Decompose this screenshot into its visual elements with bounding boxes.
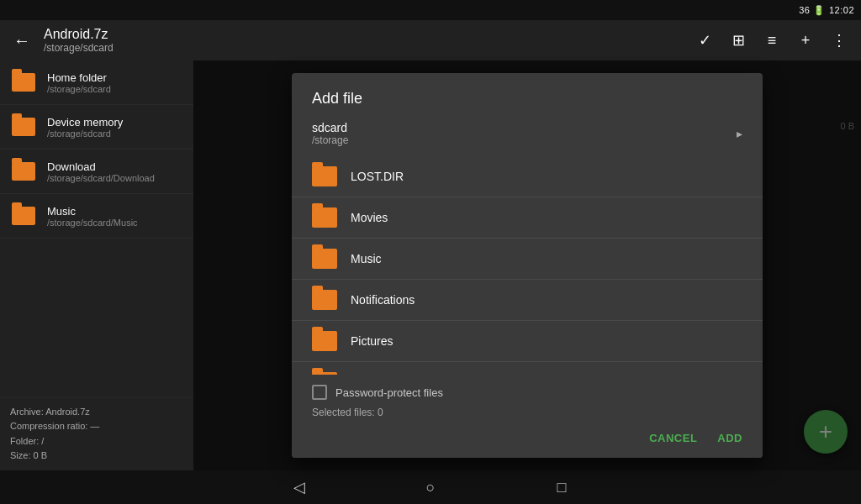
back-arrow-icon: ← <box>13 31 30 50</box>
more-button[interactable]: ⋮ <box>824 25 854 55</box>
sidebar-item-text-device: Device memory /storage/sdcard <box>47 116 123 139</box>
folder-icon-notifications <box>312 290 337 310</box>
cancel-button[interactable]: CANCEL <box>649 428 697 448</box>
folder-name-movies: Movies <box>351 211 388 224</box>
sidebar-item-name-download: Download <box>47 160 155 173</box>
dialog-location-path: /storage <box>312 134 348 146</box>
folder-icon-movies <box>312 207 337 228</box>
sidebar-item-path-music: /storage/sdcard/Music <box>47 218 138 228</box>
folder-icon-lost-dir <box>312 166 337 186</box>
dialog-location[interactable]: sdcard /storage ▸ <box>292 118 763 156</box>
sidebar-item-text-home: Home folder /storage/sdcard <box>47 71 111 94</box>
selected-files-count: Selected files: 0 <box>312 407 742 418</box>
music-icon <box>10 202 37 229</box>
sort-button[interactable]: ≡ <box>757 25 787 55</box>
folder-name-notifications: Notifications <box>351 293 415 307</box>
folder-icon-pictures <box>312 331 337 351</box>
check-button[interactable]: ✓ <box>689 25 720 55</box>
sidebar-item-name-music: Music <box>47 205 138 218</box>
toolbar: ← Android.7z /storage/sdcard ✓ ⊞ ≡ + ⋮ <box>0 20 861 60</box>
add-confirm-button[interactable]: ADD <box>717 428 742 448</box>
sidebar-item-text-download: Download /storage/sdcard/Download <box>47 160 155 183</box>
folder-item-lost-dir[interactable]: LOST.DIR <box>292 156 763 197</box>
password-checkbox[interactable] <box>312 385 327 400</box>
add-file-dialog: Add file sdcard /storage ▸ LOST.DIR Movi… <box>292 73 763 458</box>
info-folder: Folder: / <box>10 434 183 449</box>
nav-back-button[interactable]: ◁ <box>284 472 314 502</box>
folder-item-music[interactable]: Music <box>292 239 763 280</box>
sidebar-item-text-music: Music /storage/sdcard/Music <box>47 205 138 228</box>
folder-item-movies[interactable]: Movies <box>292 197 763 239</box>
folder-item-podcasts[interactable]: Podcasts <box>292 362 763 375</box>
folder-item-pictures[interactable]: Pictures <box>292 321 763 362</box>
sidebar-item-path-download: /storage/sdcard/Download <box>47 173 155 183</box>
folder-name-pictures: Pictures <box>351 334 394 348</box>
dialog-location-info: sdcard /storage <box>312 121 348 146</box>
dialog-title: Add file <box>292 73 763 118</box>
dialog-footer: Password-protect files Selected files: 0… <box>292 375 763 458</box>
folder-name-lost-dir: LOST.DIR <box>351 170 404 183</box>
folder-name-music: Music <box>351 252 382 265</box>
toolbar-title-area: Android.7z /storage/sdcard <box>37 27 689 54</box>
sidebar-item-home[interactable]: Home folder /storage/sdcard <box>0 60 193 105</box>
info-bar: Archive: Android.7z Compression ratio: —… <box>0 397 193 470</box>
sidebar-item-download[interactable]: Download /storage/sdcard/Download <box>0 150 193 194</box>
folder-icon-music <box>312 249 337 269</box>
add-button[interactable]: + <box>790 25 821 55</box>
battery-icon: 🔋 <box>813 5 826 16</box>
clock: 12:02 <box>829 5 854 15</box>
app-subtitle: /storage/sdcard <box>44 42 689 54</box>
app-title: Android.7z <box>44 27 689 42</box>
info-compression: Compression ratio: — <box>10 419 183 434</box>
info-archive: Archive: Android.7z <box>10 405 183 420</box>
sidebar-item-music[interactable]: Music /storage/sdcard/Music <box>0 194 193 239</box>
folder-icon-podcasts <box>312 372 337 375</box>
toolbar-actions: ✓ ⊞ ≡ + ⋮ <box>689 25 854 55</box>
home-icon <box>10 69 37 96</box>
password-label: Password-protect files <box>335 386 443 399</box>
sidebar-item-name-device: Device memory <box>47 116 123 129</box>
nav-bar: ◁ ○ □ <box>0 470 861 504</box>
sidebar-item-path-device: /storage/sdcard <box>47 129 123 139</box>
nav-home-button[interactable]: ○ <box>415 472 446 502</box>
sidebar-item-device[interactable]: Device memory /storage/sdcard <box>0 105 193 150</box>
dialog-backdrop: Add file sdcard /storage ▸ LOST.DIR Movi… <box>193 60 861 470</box>
folder-item-notifications[interactable]: Notifications <box>292 280 763 321</box>
signal-strength: 36 <box>799 5 810 15</box>
status-icons: 36 🔋 12:02 <box>799 5 854 16</box>
dialog-location-name: sdcard <box>312 121 348 134</box>
dialog-buttons: CANCEL ADD <box>312 428 742 448</box>
nav-recent-button[interactable]: □ <box>547 472 577 502</box>
grid-button[interactable]: ⊞ <box>723 25 753 55</box>
device-icon <box>10 113 37 140</box>
dialog-folder-list: LOST.DIR Movies Music Notifications Pict… <box>292 156 763 375</box>
download-icon <box>10 158 37 185</box>
sidebar-item-path-home: /storage/sdcard <box>47 84 111 94</box>
status-bar: 36 🔋 12:02 <box>0 0 861 20</box>
back-button[interactable]: ← <box>7 25 37 55</box>
password-row: Password-protect files <box>312 385 742 400</box>
info-size: Size: 0 B <box>10 449 183 464</box>
dialog-location-chevron: ▸ <box>737 127 742 140</box>
sidebar-item-name-home: Home folder <box>47 71 111 84</box>
